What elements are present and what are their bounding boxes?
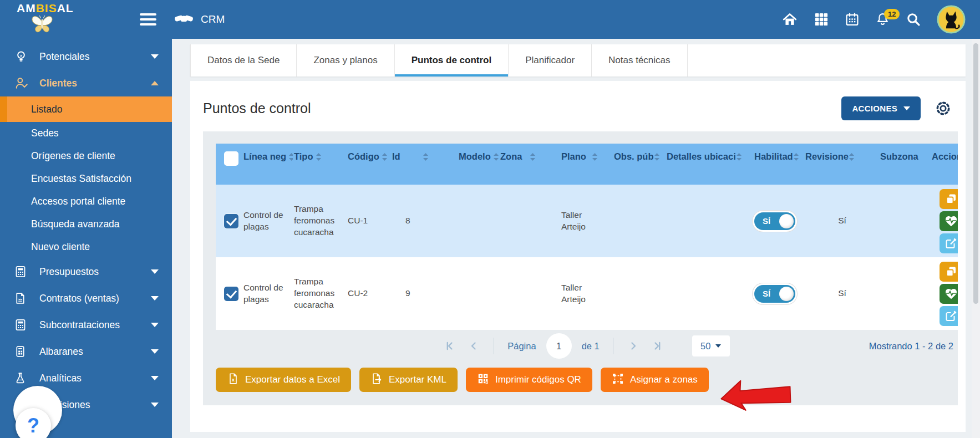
red-arrow [718, 376, 796, 421]
apps-grid-icon[interactable] [814, 12, 829, 27]
sidebar-item-accesos-portal-cliente[interactable]: Accesos portal cliente [0, 190, 172, 213]
column-acciones: Acciones [931, 151, 958, 162]
page-label: Página [507, 341, 536, 352]
column-modelo[interactable]: Modelo [458, 151, 499, 162]
notifications-bell-icon[interactable]: 12 [875, 11, 890, 28]
sidebar-item-label: Clientes [39, 78, 77, 89]
crm-app-header: CRM [174, 11, 225, 28]
row-checkbox[interactable] [224, 287, 238, 301]
heart-pulse-button[interactable] [940, 284, 958, 304]
gear-icon[interactable] [934, 99, 952, 118]
habilitado-toggle[interactable]: SÍ [754, 285, 795, 303]
column-zona[interactable]: Zona [499, 151, 560, 162]
search-icon[interactable] [906, 12, 921, 27]
sort-icon [592, 152, 598, 161]
sort-icon [793, 152, 799, 161]
sort-icon [316, 152, 322, 161]
sidebar-item-analiticas[interactable]: Analíticas [0, 365, 172, 391]
table: Línea neg Tipo Código Id Modelo Zona Pla… [216, 144, 958, 330]
calculator-icon [14, 318, 31, 332]
prev-page-button[interactable] [467, 339, 480, 353]
acciones-button[interactable]: ACCIONES [841, 96, 921, 120]
column-revisiones[interactable]: Revisione [804, 151, 879, 162]
page-size-select[interactable]: 50 [692, 335, 730, 356]
tab-notas-tecnicas[interactable]: Notas técnicas [592, 44, 688, 77]
user-check-icon [14, 76, 31, 90]
sidebar-item-presupuestos[interactable]: Presupuestos [0, 258, 172, 285]
copy-button[interactable] [940, 189, 958, 209]
sidebar-item-busqueda-avanzada[interactable]: Búsqueda avanzada [0, 213, 172, 236]
column-plano[interactable]: Plano [560, 151, 613, 162]
divider [494, 338, 494, 354]
vertical-scrollbar[interactable] [972, 39, 980, 438]
footer-buttons: x Exportar datos a Excel Exportar KML Im… [216, 368, 958, 392]
column-codigo[interactable]: Código [347, 151, 391, 162]
main-content: Datos de la Sede Zonas y planos Puntos d… [172, 39, 980, 438]
hamburger-menu-icon[interactable] [140, 13, 156, 26]
chevron-down-icon [903, 106, 910, 110]
column-id[interactable]: Id [391, 151, 458, 162]
divider [613, 338, 613, 354]
home-icon[interactable] [781, 12, 798, 27]
column-detalles-ubicacion[interactable]: Detalles ubicaci [666, 151, 753, 162]
next-page-button[interactable] [627, 339, 640, 353]
handshake-icon [174, 11, 194, 28]
row-checkbox[interactable] [224, 214, 238, 228]
chevron-up-icon [151, 81, 159, 85]
brand-logo[interactable]: AMBISAL [0, 3, 133, 37]
calendar-icon[interactable] [845, 12, 860, 27]
table-row: Control de plagas Trampa feromonas cucar… [216, 185, 958, 257]
file-export-icon [370, 372, 383, 388]
first-page-button[interactable] [444, 339, 457, 353]
sidebar-item-potenciales[interactable]: Potenciales [0, 43, 172, 70]
tab-planificador[interactable]: Planificador [509, 44, 592, 77]
select-all-checkbox[interactable] [224, 151, 238, 166]
page-of-label: de 1 [582, 341, 600, 352]
tab-datos-de-la-sede[interactable]: Datos de la Sede [190, 44, 297, 77]
sidebar-item-listado[interactable]: Listado [0, 96, 172, 122]
qr-icon [477, 373, 489, 388]
habilitado-toggle[interactable]: SÍ [754, 212, 795, 230]
chevron-down-icon [151, 296, 159, 301]
chevron-down-icon [151, 403, 159, 407]
file-contract-icon [14, 291, 31, 305]
calculator-icon [14, 264, 31, 279]
sidebar-item-clientes[interactable]: Clientes [0, 70, 172, 96]
heart-pulse-button[interactable] [940, 211, 958, 231]
sidebar-item-albaranes[interactable]: Albaranes [0, 338, 172, 365]
column-habilitado[interactable]: Habilitad [753, 151, 804, 162]
sidebar: Potenciales Clientes Listado Sedes Oríge… [0, 39, 172, 438]
sidebar-item-origenes-de-cliente[interactable]: Orígenes de cliente [0, 145, 172, 167]
sidebar-item-contratos-ventas[interactable]: Contratos (ventas) [0, 285, 172, 312]
column-obs-publicas[interactable]: Obs. púb [613, 151, 666, 162]
assign-zones-icon [612, 373, 624, 388]
avatar[interactable] [937, 5, 966, 34]
notification-count-badge: 12 [884, 9, 900, 19]
app-title: CRM [201, 13, 225, 26]
export-kml-button[interactable]: Exportar KML [359, 368, 458, 392]
column-subzona[interactable]: Subzona [879, 151, 931, 162]
sidebar-item-encuestas-satisfaccion[interactable]: Encuestas Satisfacción [0, 167, 172, 190]
export-excel-button[interactable]: x Exportar datos a Excel [216, 368, 351, 392]
edit-button[interactable] [940, 306, 958, 326]
tab-puntos-de-control[interactable]: Puntos de control [395, 44, 509, 77]
assign-zones-button[interactable]: Asignar a zonas [601, 368, 709, 392]
chevron-down-icon [151, 323, 159, 327]
column-linea-negocio[interactable]: Línea neg [242, 151, 293, 162]
topbar-actions: 12 [781, 5, 980, 34]
sidebar-item-sedes[interactable]: Sedes [0, 122, 172, 145]
excel-file-icon: x [227, 372, 239, 388]
edit-button[interactable] [940, 233, 958, 253]
chevron-down-icon [151, 376, 159, 380]
sidebar-item-subcontrataciones[interactable]: Subcontrataciones [0, 312, 172, 338]
copy-button[interactable] [940, 262, 958, 282]
print-qr-button[interactable]: Imprimir códigos QR [466, 368, 592, 392]
pagination: Página 1 de 1 50 Mostrando 1 - 2 de 2 [216, 330, 958, 362]
file-grid-icon [14, 344, 31, 359]
column-tipo[interactable]: Tipo [293, 151, 347, 162]
toggle-knob [779, 287, 794, 301]
tab-zonas-y-planos[interactable]: Zonas y planos [297, 44, 394, 77]
sidebar-item-nuevo-cliente[interactable]: Nuevo cliente [0, 236, 172, 258]
last-page-button[interactable] [650, 339, 663, 353]
scrollbar-thumb[interactable] [973, 43, 978, 304]
